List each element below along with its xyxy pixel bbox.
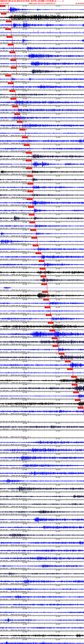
time-tick-label: 22:48 bbox=[23, 314, 27, 316]
pick-flag[interactable]: ×T 4 bbox=[72, 384, 77, 386]
pick-flag[interactable]: ×T 4 bbox=[0, 5, 6, 7]
pick-flag[interactable]: ×T 4 bbox=[71, 376, 77, 378]
pick-flag[interactable]: ×T 4 bbox=[12, 106, 18, 107]
pick-flag[interactable]: ×T 4 bbox=[10, 98, 16, 100]
trace-row: 22:4822:49×T 4UW.SHUK BHZ -- 99999.0km B… bbox=[0, 190, 84, 198]
pick-flag[interactable]: ×T 4 bbox=[48, 322, 53, 324]
time-tick-label: 22:49 bbox=[56, 175, 60, 177]
pick-flag[interactable]: ×T 4 bbox=[28, 183, 33, 184]
pick-flag[interactable]: ×T 4 bbox=[11, 67, 16, 69]
trace-row: 22:4822:49UW.STOR HHZ -- 99999.0km BW HI… bbox=[0, 631, 84, 638]
pick-flag[interactable]: ×T 4 bbox=[39, 260, 44, 262]
pick-flag[interactable]: ×T 4 bbox=[75, 399, 80, 401]
pick-flag[interactable]: ×T 4 bbox=[73, 392, 78, 393]
time-tick-label: 22:49 bbox=[56, 98, 60, 100]
trace-row: 22:4822:49×T 4UW.DY2 EHZ -- 99999.0km BW… bbox=[0, 74, 84, 82]
pick-flag[interactable]: ×T 4 bbox=[6, 20, 11, 22]
pick-flag[interactable]: ×T 4 bbox=[28, 190, 33, 192]
pick-flag[interactable]: ×T 4 bbox=[40, 276, 46, 277]
window-start-time: 22:47:19.00 bbox=[0, 2, 9, 4]
pick-flag[interactable]: ×T 4 bbox=[27, 198, 32, 200]
pick-flag[interactable]: ×T 4 bbox=[65, 361, 70, 362]
pick-flag[interactable]: ×T 4 bbox=[50, 330, 55, 332]
pick-flag[interactable]: ×T 4 bbox=[36, 252, 41, 254]
pick-flag[interactable]: ×T 4 bbox=[8, 44, 13, 46]
time-tick-label: 22:48 bbox=[23, 616, 27, 617]
trace-row: 22:4822:49×T 4UW.RADR BHZ -- 99999.0km B… bbox=[0, 90, 84, 98]
trace-row: 22:4822:49×T 4PB.B013 EHZ -- 99999.0km B… bbox=[0, 51, 84, 59]
time-tick-label: 22:48 bbox=[23, 438, 27, 440]
station-label: UW.RADR BHZ -- 99999.0km BW HIGHPASS 2.0… bbox=[0, 96, 31, 98]
waveform[interactable] bbox=[0, 638, 84, 644]
pick-flag[interactable]: ×T 4 bbox=[17, 121, 22, 123]
time-tick-label: 22:49 bbox=[56, 407, 60, 409]
time-tick-label: 22:49 bbox=[56, 484, 60, 486]
pick-flag[interactable]: ×T 4 bbox=[42, 291, 48, 293]
pick-flag[interactable]: ×T 4 bbox=[14, 113, 20, 115]
time-tick-label: 22:49 bbox=[56, 121, 60, 123]
station-label: NC.LBC EHZ -- 99999.0km BW HIGHPASS 2.0 … bbox=[0, 366, 31, 368]
pick-flag[interactable]: ×T 4 bbox=[44, 306, 50, 308]
pick-flag[interactable]: ×T 4 bbox=[10, 59, 16, 61]
time-tick-label: 22:49 bbox=[56, 554, 60, 556]
time-tick-label: 22:48 bbox=[23, 361, 27, 362]
pick-flag[interactable]: ×T 4 bbox=[52, 338, 57, 339]
time-tick-label: 22:48 bbox=[23, 392, 27, 393]
trace-row: 22:4822:49×T 4CC.CLCV EHZ -- 99999.0km B… bbox=[0, 5, 84, 12]
time-tick-label: 22:48 bbox=[23, 554, 27, 556]
rms-scaling-note: (RMS noise over 6.0 s scaled 20.0 x) bbox=[29, 2, 55, 4]
pick-flag[interactable]: ×T 4 bbox=[8, 82, 13, 84]
pick-flag[interactable]: ×T 4 bbox=[41, 283, 47, 285]
time-tick-label: 22:49 bbox=[56, 515, 60, 517]
time-tick-label: 22:48 bbox=[23, 500, 27, 502]
time-tick-label: 22:48 bbox=[23, 608, 27, 610]
pick-flag[interactable]: ×T 4 bbox=[29, 214, 34, 216]
pick-flag[interactable]: ×T 4 bbox=[26, 160, 31, 162]
pick-flag[interactable]: ×T 4 bbox=[5, 28, 11, 30]
pick-flag[interactable]: ×T 4 bbox=[78, 407, 83, 409]
station-label: PB.B943 EHZ -- 99999.0km BW HIGHPASS 2.0… bbox=[0, 65, 31, 66]
pick-flag[interactable]: ×T 4 bbox=[43, 299, 49, 300]
pick-flag[interactable]: ×T 4 bbox=[10, 90, 15, 92]
pick-flag[interactable]: ×T 4 bbox=[22, 136, 28, 138]
trace-row: 22:4822:49×T 4UW.HSR EHZ -- 99999.0km BW… bbox=[0, 183, 84, 190]
time-tick-label: 22:48 bbox=[23, 353, 27, 354]
pick-flag[interactable]: ×T 4 bbox=[27, 175, 32, 177]
trace-row: 22:4822:49×T 4UW.CRF EHZ -- 99999.0km BW… bbox=[0, 252, 84, 260]
pick-flag[interactable]: ×T 4 bbox=[40, 268, 45, 270]
pick-flag[interactable]: ×T 4 bbox=[20, 129, 25, 130]
trace-row: 22:4822:49UW.GNW BHZ -- 99999.0km BW HIG… bbox=[0, 569, 84, 577]
pick-time-line bbox=[73, 368, 73, 376]
pick-flag[interactable]: ×T 4 bbox=[26, 152, 32, 154]
time-tick-label: 22:49 bbox=[56, 368, 60, 370]
time-tick-label: 22:48 bbox=[23, 600, 27, 602]
pick-time-line bbox=[84, 407, 84, 414]
pick-flag[interactable]: ×T 4 bbox=[46, 314, 51, 316]
pick-flag[interactable]: ×T 4 bbox=[33, 245, 38, 246]
pick-flag[interactable]: ×T 4 bbox=[32, 237, 37, 239]
pick-flag[interactable]: ×T 4 bbox=[30, 229, 36, 231]
pick-flag[interactable]: ×T 4 bbox=[26, 168, 32, 169]
time-tick-label: 22:49 bbox=[56, 129, 60, 130]
pick-time-line bbox=[64, 353, 65, 360]
pick-flag[interactable]: ×T 4 bbox=[59, 353, 64, 354]
station-label: TA.A04D BHZ -- 99999.0km BW HIGHPASS 2.0… bbox=[0, 73, 31, 74]
station-label: PB.B202 EHZ -- 99999.0km BW HIGHPASS 2.0… bbox=[0, 459, 31, 461]
pick-time-line bbox=[47, 283, 47, 291]
pick-flag[interactable]: ×T 4 bbox=[24, 144, 29, 146]
pick-flag[interactable]: ×T 4 bbox=[28, 206, 34, 208]
station-label: UW.SOS EHZ -- 99999.0km BW HIGHPASS 2.0 … bbox=[0, 629, 31, 631]
time-tick-label: 22:49 bbox=[56, 600, 60, 602]
station-label: UW.EDM EHZ -- 99999.0km BW HIGHPASS 2.0 … bbox=[0, 212, 31, 214]
time-tick-label: 22:49 bbox=[56, 183, 60, 184]
pick-flag[interactable]: ×T 4 bbox=[52, 345, 58, 347]
pick-flag[interactable]: ×T 4 bbox=[29, 222, 35, 223]
time-tick-label: 22:48 bbox=[23, 569, 27, 571]
time-tick-label: 22:48 bbox=[23, 338, 27, 339]
pick-flag[interactable]: ×T 4 bbox=[10, 52, 15, 53]
pick-flag[interactable]: ×T 4 bbox=[1, 13, 6, 14]
pick-flag[interactable]: ×T 4 bbox=[6, 36, 12, 38]
pick-flag[interactable]: ×T 4 bbox=[5, 75, 11, 76]
pick-flag[interactable]: ×T 4 bbox=[67, 368, 72, 370]
trace-row: 22:4822:49×T 4UW.PHIN HHZ -- 99999.0km B… bbox=[0, 376, 84, 384]
